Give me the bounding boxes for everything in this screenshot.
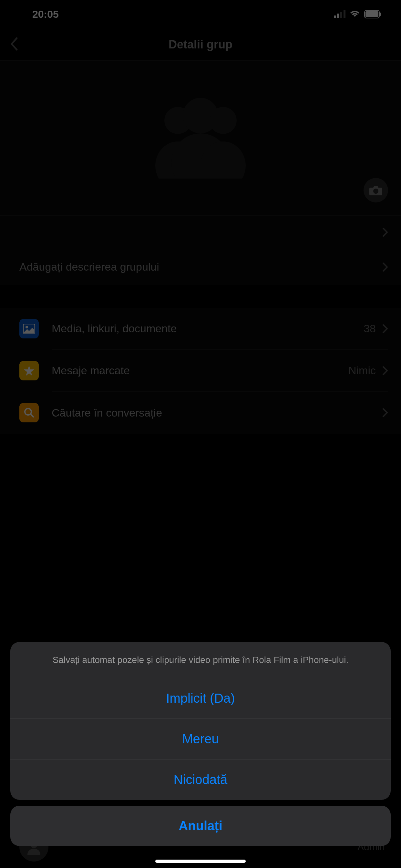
- search-icon-container: [19, 403, 39, 423]
- svg-rect-1: [337, 13, 339, 18]
- starred-value: Nimic: [348, 364, 376, 377]
- svg-rect-5: [366, 11, 378, 17]
- search-label: Căutare în conversație: [52, 407, 162, 419]
- media-count: 38: [364, 322, 376, 335]
- action-sheet: Salvați automat pozele și clipurile vide…: [0, 642, 401, 868]
- change-photo-button[interactable]: [364, 178, 388, 203]
- svg-rect-0: [334, 16, 336, 18]
- photo-icon: [23, 324, 35, 334]
- page-title: Detalii grup: [168, 38, 233, 51]
- action-sheet-header: Salvați automat pozele și clipurile vide…: [10, 642, 391, 678]
- option-default-yes[interactable]: Implicit (Da): [10, 678, 391, 719]
- starred-label: Mesaje marcate: [52, 364, 130, 377]
- search-icon: [24, 407, 35, 418]
- svg-line-17: [31, 414, 33, 417]
- svg-point-9: [210, 107, 237, 134]
- chevron-right-icon: [382, 324, 388, 334]
- wifi-icon: [349, 10, 360, 18]
- back-button[interactable]: [10, 37, 19, 52]
- group-name-row[interactable]: [0, 216, 401, 249]
- chevron-right-icon: [382, 262, 388, 272]
- chevron-right-icon: [382, 408, 388, 417]
- action-sheet-options-container: Salvați automat pozele și clipurile vide…: [10, 642, 391, 800]
- group-description-row[interactable]: Adăugați descrierea grupului: [0, 249, 401, 285]
- home-indicator[interactable]: [155, 860, 246, 863]
- cellular-icon: [334, 10, 345, 18]
- group-avatar-placeholder-icon: [139, 98, 262, 179]
- status-bar: 20:05: [0, 0, 401, 28]
- nav-header: Detalii grup: [0, 28, 401, 61]
- media-icon-container: [19, 319, 39, 338]
- svg-rect-3: [343, 10, 345, 18]
- status-indicators: [334, 10, 382, 19]
- star-icon-container: [19, 361, 39, 380]
- camera-icon: [369, 185, 382, 195]
- option-always[interactable]: Mereu: [10, 719, 391, 760]
- chevron-right-icon: [382, 227, 388, 237]
- svg-point-13: [373, 189, 378, 194]
- svg-point-15: [26, 326, 28, 329]
- group-photo[interactable]: [0, 61, 401, 216]
- battery-icon: [364, 10, 382, 19]
- cancel-button[interactable]: Anulați: [10, 806, 391, 846]
- search-conversation-row[interactable]: Căutare în conversație: [0, 392, 401, 434]
- starred-messages-row[interactable]: Mesaje marcate Nimic: [0, 350, 401, 392]
- star-icon: [23, 365, 35, 376]
- status-time: 20:05: [32, 8, 59, 20]
- action-sheet-description: Salvați automat pozele și clipurile vide…: [27, 654, 374, 666]
- group-description-label: Adăugați descrierea grupului: [19, 260, 159, 273]
- media-links-documents-row[interactable]: Media, linkuri, documente 38: [0, 308, 401, 350]
- svg-rect-2: [340, 12, 342, 18]
- chevron-left-icon: [10, 37, 19, 51]
- option-never[interactable]: Niciodată: [10, 760, 391, 800]
- media-label: Media, linkuri, documente: [52, 322, 177, 335]
- chevron-right-icon: [382, 366, 388, 376]
- svg-rect-6: [380, 12, 381, 16]
